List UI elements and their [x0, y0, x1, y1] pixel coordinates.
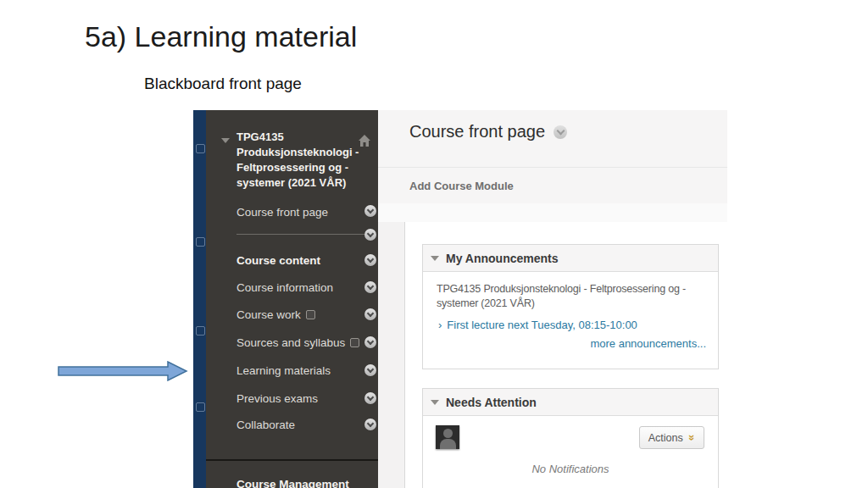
- cropped-icon: [196, 402, 205, 412]
- announcement-link[interactable]: First lecture next Tuesday, 08:15-10:00: [447, 319, 637, 331]
- user-avatar: [436, 425, 459, 449]
- needs-attention-panel: Needs Attention Actions » No Notificatio…: [422, 388, 719, 488]
- collapse-caret-icon[interactable]: [431, 256, 439, 261]
- my-announcements-body: TPG4135 Produksjonsteknologi - Feltprose…: [423, 272, 718, 350]
- course-main-area: Course front page Add Course Module My A…: [378, 110, 727, 488]
- content-zone: My Announcements TPG4135 Produksjonstekn…: [378, 222, 727, 488]
- slide-canvas: { "slide": { "title": "5a) Learning mate…: [0, 0, 868, 488]
- sidebar-item-previous-exams[interactable]: Previous exams: [236, 390, 382, 407]
- sidebar-item-course-front-page[interactable]: Course front page: [236, 203, 382, 220]
- collapse-caret-icon[interactable]: [221, 138, 230, 143]
- chevron-down-icon[interactable]: [364, 364, 376, 376]
- course-title-line: TPG4135: [236, 130, 364, 145]
- sidebar-item-learning-materials[interactable]: Learning materials: [236, 362, 382, 379]
- chevron-down-icon[interactable]: [364, 336, 376, 348]
- needs-attention-header[interactable]: Needs Attention: [423, 389, 718, 416]
- sidebar-section-divider: [206, 459, 378, 461]
- course-title-line: systemer (2021 VÅR): [236, 175, 364, 191]
- blackboard-screenshot: TPG4135 Produksjonsteknologi - Feltprose…: [193, 110, 727, 488]
- chevron-down-icon[interactable]: [364, 308, 376, 320]
- slide-subtitle: Blackboard front page: [144, 75, 302, 93]
- link-chevron-icon: ›: [438, 319, 442, 331]
- sidebar-item-course-information[interactable]: Course information: [236, 279, 382, 296]
- home-icon[interactable]: [358, 134, 371, 147]
- browser-edge-strip: [193, 110, 206, 488]
- sidebar-item-label: Course content: [236, 254, 320, 267]
- pointer-arrow: [58, 361, 188, 381]
- chevron-down-icon[interactable]: [364, 419, 376, 430]
- sidebar-item-label: Collaborate: [236, 419, 295, 431]
- no-notifications-text: No Notifications: [423, 463, 718, 475]
- course-management-header: Course Management: [236, 478, 349, 488]
- chevron-down-icon[interactable]: [364, 229, 376, 241]
- sidebar-item-label: Course front page: [236, 206, 328, 219]
- announcement-course-name: TPG4135 Produksjonsteknologi - Feltprose…: [437, 282, 708, 311]
- hidden-item-icon: [306, 310, 315, 319]
- sidebar-item-collaborate[interactable]: Collaborate: [236, 416, 382, 433]
- collapse-caret-icon[interactable]: [431, 400, 439, 405]
- cropped-icon: [196, 144, 205, 153]
- announcement-course-line: TPG4135 Produksjonsteknologi - Feltprose…: [437, 282, 708, 297]
- course-title: TPG4135 Produksjonsteknologi - Feltprose…: [236, 130, 364, 191]
- content-card: My Announcements TPG4135 Produksjonstekn…: [404, 222, 727, 488]
- cropped-icon: [196, 326, 205, 336]
- panel-title: My Announcements: [446, 252, 559, 265]
- sidebar-item-label: Previous exams: [236, 392, 318, 405]
- page-title-row: Course front page: [409, 122, 567, 141]
- page-title: Course front page: [409, 122, 545, 141]
- sidebar-item-label: Sources and syllabus: [236, 336, 345, 349]
- cropped-icon: [196, 237, 205, 247]
- chevron-down-icon[interactable]: [364, 392, 376, 404]
- sidebar-divider: [236, 234, 365, 235]
- actions-button-label: Actions: [648, 432, 683, 444]
- course-menu-sidebar: TPG4135 Produksjonsteknologi - Feltprose…: [206, 110, 378, 488]
- page-options-chevron-icon[interactable]: [554, 125, 567, 139]
- panel-title: Needs Attention: [446, 396, 537, 409]
- add-course-module-bar: Add Course Module: [378, 167, 727, 205]
- course-title-line: Feltprosessering og -: [236, 160, 364, 175]
- my-announcements-header[interactable]: My Announcements: [423, 245, 718, 272]
- sidebar-item-label: Course information: [236, 281, 333, 294]
- course-title-line: Produksjonsteknologi -: [236, 145, 364, 160]
- my-announcements-panel: My Announcements TPG4135 Produksjonstekn…: [422, 244, 719, 369]
- sidebar-item-sources-and-syllabus[interactable]: Sources and syllabus: [236, 334, 382, 351]
- chevron-down-icon[interactable]: [364, 281, 376, 293]
- slide-title: 5a) Learning material: [85, 20, 357, 53]
- sidebar-item-course-content[interactable]: Course content: [236, 252, 382, 269]
- chevron-down-icon[interactable]: [364, 205, 376, 217]
- sidebar-item-course-work[interactable]: Course work: [236, 306, 382, 323]
- announcement-row: ›First lecture next Tuesday, 08:15-10:00: [437, 319, 708, 331]
- actions-button[interactable]: Actions »: [639, 426, 704, 449]
- chevron-down-icon[interactable]: [364, 254, 376, 266]
- sidebar-item-label: Learning materials: [236, 364, 331, 377]
- needs-attention-body: Actions » No Notifications: [423, 416, 718, 488]
- header-band-bottom: [378, 203, 727, 223]
- sidebar-item-label: Course work: [236, 308, 301, 321]
- add-course-module-button[interactable]: Add Course Module: [409, 180, 514, 192]
- announcement-course-line: systemer (2021 VÅR): [437, 297, 708, 311]
- more-announcements-link[interactable]: more announcements...: [437, 337, 708, 350]
- double-chevron-down-icon: »: [686, 435, 698, 441]
- hidden-item-icon: [350, 338, 359, 347]
